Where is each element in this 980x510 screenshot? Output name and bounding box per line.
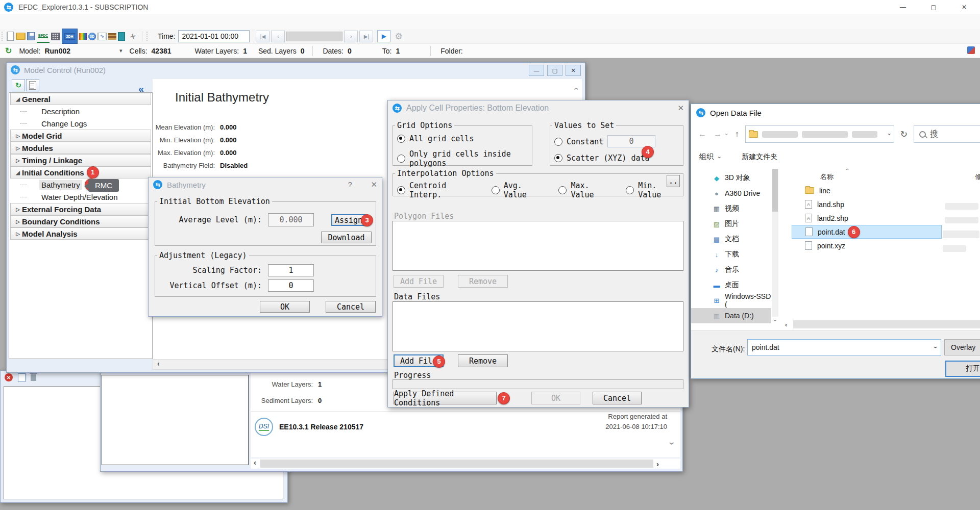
- tree-item-general[interactable]: ◢ General: [10, 93, 151, 105]
- filename-dropdown-icon[interactable]: ›: [932, 346, 939, 348]
- model-refresh-icon[interactable]: ↻: [5, 46, 12, 56]
- animation-settings-icon[interactable]: ⚙: [395, 31, 402, 42]
- bathymetry-titlebar[interactable]: Bathymetry ? ✕: [149, 177, 382, 192]
- last-frame-button[interactable]: ▶|: [359, 31, 373, 42]
- menu-time-series[interactable]: [65, 14, 80, 29]
- minimize-button[interactable]: —: [892, 0, 914, 14]
- sidebar-item-music[interactable]: ♪ 音乐: [691, 262, 771, 277]
- play-button[interactable]: ▶: [377, 30, 390, 42]
- tree-item-water-depth-elevation[interactable]: Water Depth/Elevation: [9, 191, 152, 203]
- radio-avg-value[interactable]: Avg. Value: [492, 181, 549, 199]
- menu-help[interactable]: [151, 14, 165, 29]
- menu-longitudinal-profile[interactable]: [94, 14, 108, 29]
- search-input[interactable]: 搜: [914, 125, 980, 143]
- view-3d-icon[interactable]: 3D: [88, 33, 96, 40]
- file-row-land2-shp[interactable]: A land2.shp: [792, 211, 942, 225]
- clear-log-icon[interactable]: [31, 374, 36, 381]
- ok-button[interactable]: OK: [531, 392, 580, 404]
- add-polygon-file-button[interactable]: Add File: [394, 275, 444, 288]
- up-icon[interactable]: ↑: [735, 130, 739, 139]
- forward-icon[interactable]: →: [714, 130, 722, 139]
- new-folder-button[interactable]: 新建文件夹: [742, 152, 777, 162]
- scroll-down-icon[interactable]: ›: [667, 442, 677, 445]
- menu-tools[interactable]: [108, 14, 122, 29]
- first-frame-button[interactable]: |◀: [256, 31, 270, 42]
- view-2dh-icon[interactable]: 2DH: [62, 29, 78, 44]
- window-maximize-button[interactable]: ▢: [547, 65, 562, 76]
- menu-windows[interactable]: [137, 14, 151, 29]
- cancel-button[interactable]: Cancel: [593, 392, 642, 404]
- tree-item-timing-linkage[interactable]: ▷ Timing / Linkage: [10, 154, 151, 166]
- time-input[interactable]: 2021-01-01 00:00: [178, 30, 250, 42]
- address-bar[interactable]: ›: [745, 125, 894, 143]
- scroll-left-icon[interactable]: ›: [254, 460, 256, 468]
- new-file-icon[interactable]: [7, 32, 14, 41]
- tree-item-model-grid[interactable]: ▷ Model Grid: [10, 130, 151, 142]
- error-icon[interactable]: ✕: [5, 373, 13, 381]
- sidebar-item-windows-ssd[interactable]: ⊞ Windows-SSD (: [691, 293, 771, 308]
- cancel-button[interactable]: Cancel: [326, 301, 376, 313]
- app-titlebar[interactable]: EFDC_Explorer10.3.1 - SUBSCRIPTION — ▢ ✕: [0, 0, 980, 14]
- sidebar-item-downloads[interactable]: ↓ 下载: [691, 247, 771, 262]
- sidebar-item-desktop[interactable]: ▬ 桌面: [691, 277, 771, 293]
- sidebar-item-data-d[interactable]: ▥ Data (D:): [691, 308, 771, 323]
- scroll-right-icon[interactable]: ›: [656, 460, 659, 468]
- menu-vertical-profile[interactable]: [80, 14, 94, 29]
- file-row-point-xyz[interactable]: point.xyz: [792, 239, 942, 252]
- file-type-overlay-button[interactable]: Overlay: [944, 339, 980, 355]
- menu-model[interactable]: [8, 14, 22, 29]
- workspace-icon[interactable]: [967, 46, 975, 54]
- apply-defined-conditions-button[interactable]: Apply Defined Conditions: [394, 392, 497, 404]
- prev-frame-button[interactable]: ‹: [271, 31, 285, 42]
- column-name-header[interactable]: 名称: [820, 172, 834, 182]
- maximize-button[interactable]: ▢: [922, 0, 945, 14]
- close-icon[interactable]: ✕: [371, 180, 377, 189]
- file-row-point-dat[interactable]: point.dat 6: [792, 225, 942, 239]
- report-hscrollbar[interactable]: › ›: [251, 458, 680, 469]
- close-icon[interactable]: ✕: [677, 104, 684, 113]
- radio-only-grid-cells-inside-polygons[interactable]: Only grid cells inside polygons: [397, 149, 532, 168]
- sidebar-item-3d-objects[interactable]: ◆ 3D 对象: [691, 170, 771, 186]
- sort-ascending-icon[interactable]: ›: [844, 168, 850, 170]
- grid-icon[interactable]: [51, 33, 60, 40]
- download-button[interactable]: Download: [321, 232, 372, 243]
- profile-plot-icon[interactable]: [108, 33, 116, 40]
- filename-input[interactable]: point.dat ›: [747, 339, 941, 355]
- scroll-left-icon[interactable]: ›: [157, 361, 160, 369]
- back-icon[interactable]: ←: [698, 130, 706, 139]
- tree-item-initial-conditions[interactable]: ◢ Initial Conditions 1: [10, 166, 151, 178]
- tree-item-bathymetry[interactable]: Bathymetry 2: [9, 178, 152, 191]
- timeseries-plot-icon[interactable]: ∿: [97, 33, 107, 40]
- model-control-titlebar[interactable]: Model Control (Run002) — ▢ ✕: [7, 63, 585, 77]
- radio-all-grid-cells[interactable]: All grid cells: [397, 134, 532, 143]
- menu-3d-view[interactable]: [51, 14, 65, 29]
- scroll-up-icon[interactable]: ›: [571, 87, 580, 90]
- menu-2dh-view[interactable]: [22, 14, 37, 29]
- remove-polygon-file-button[interactable]: Remove: [458, 275, 508, 288]
- tree-item-boundary-conditions[interactable]: ▷ Boundary Conditions: [10, 215, 151, 227]
- more-options-button[interactable]: ..: [667, 175, 680, 187]
- exit-door-icon[interactable]: [118, 32, 125, 41]
- address-dropdown-icon[interactable]: ›: [887, 133, 893, 135]
- average-level-input[interactable]: 0.000: [268, 213, 314, 226]
- copy-log-icon[interactable]: [18, 373, 26, 382]
- vertical-offset-input[interactable]: 0: [268, 279, 314, 292]
- open-dialog-titlebar[interactable]: Open Data File: [691, 104, 980, 121]
- history-dropdown-icon[interactable]: ›: [724, 133, 730, 135]
- scaling-factor-input[interactable]: 1: [268, 264, 314, 276]
- window-close-button[interactable]: ✕: [566, 65, 581, 76]
- data-files-list[interactable]: [393, 301, 683, 351]
- report-button[interactable]: [26, 79, 39, 91]
- radio-centroid-interp[interactable]: Centroid Interp.: [397, 181, 481, 199]
- sidebar-item-videos[interactable]: ▦ 视频: [691, 201, 771, 216]
- tree-item-description[interactable]: Description: [9, 105, 152, 117]
- sidebar-item-documents[interactable]: ▤ 文档: [691, 232, 771, 247]
- refresh-tree-button[interactable]: ↻: [12, 79, 25, 91]
- window-minimize-button[interactable]: —: [529, 65, 544, 76]
- open-folder-icon[interactable]: [16, 33, 26, 40]
- tree-item-external-forcing-data[interactable]: ▷ External Forcing Data: [10, 203, 151, 215]
- radio-max-value[interactable]: Max. Value: [558, 181, 616, 199]
- remove-data-file-button[interactable]: Remove: [458, 354, 508, 367]
- sidebar-scrollbar[interactable]: [772, 169, 778, 317]
- list-scroll-left-icon[interactable]: ›: [785, 322, 787, 329]
